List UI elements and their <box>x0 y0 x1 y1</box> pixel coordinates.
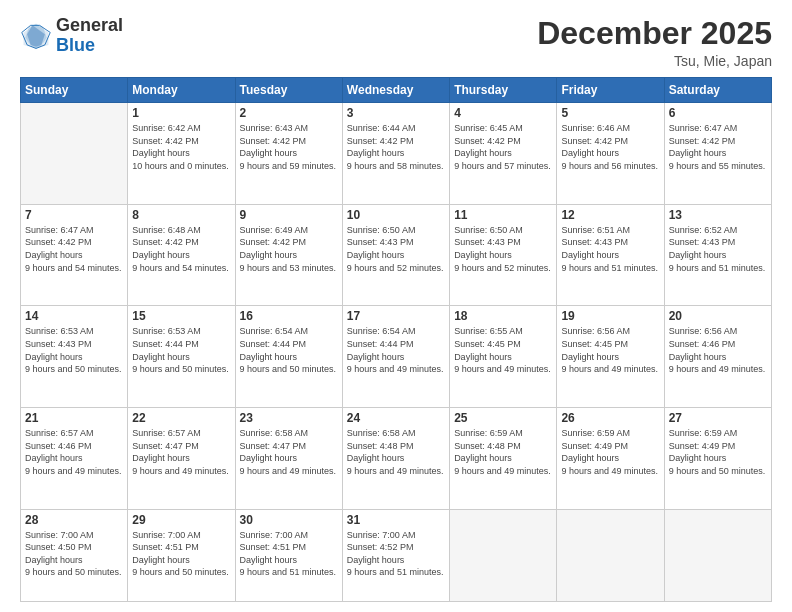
location: Tsu, Mie, Japan <box>537 53 772 69</box>
calendar-cell: 21Sunrise: 6:57 AMSunset: 4:46 PMDayligh… <box>21 408 128 510</box>
sunrise-label: Sunrise: 6:59 AM <box>561 428 630 438</box>
day-number: 27 <box>669 411 767 425</box>
sunrise-label: Sunrise: 6:59 AM <box>454 428 523 438</box>
col-saturday: Saturday <box>664 78 771 103</box>
daylight-value: 9 hours and 49 minutes. <box>454 364 551 374</box>
day-info: Sunrise: 6:42 AMSunset: 4:42 PMDaylight … <box>132 122 230 172</box>
daylight-label: Daylight hours <box>240 555 298 565</box>
sunrise-label: Sunrise: 6:57 AM <box>132 428 201 438</box>
calendar-cell: 23Sunrise: 6:58 AMSunset: 4:47 PMDayligh… <box>235 408 342 510</box>
day-number: 3 <box>347 106 445 120</box>
daylight-label: Daylight hours <box>454 250 512 260</box>
sunset-label: Sunset: 4:44 PM <box>347 339 414 349</box>
day-info: Sunrise: 6:56 AMSunset: 4:46 PMDaylight … <box>669 325 767 375</box>
sunset-label: Sunset: 4:42 PM <box>347 136 414 146</box>
day-info: Sunrise: 6:53 AMSunset: 4:44 PMDaylight … <box>132 325 230 375</box>
sunset-label: Sunset: 4:42 PM <box>561 136 628 146</box>
day-number: 13 <box>669 208 767 222</box>
sunset-label: Sunset: 4:42 PM <box>132 136 199 146</box>
daylight-label: Daylight hours <box>240 148 298 158</box>
day-info: Sunrise: 6:43 AMSunset: 4:42 PMDaylight … <box>240 122 338 172</box>
calendar-cell: 5Sunrise: 6:46 AMSunset: 4:42 PMDaylight… <box>557 103 664 205</box>
day-info: Sunrise: 6:55 AMSunset: 4:45 PMDaylight … <box>454 325 552 375</box>
sunrise-label: Sunrise: 6:58 AM <box>347 428 416 438</box>
daylight-label: Daylight hours <box>132 453 190 463</box>
calendar-cell: 14Sunrise: 6:53 AMSunset: 4:43 PMDayligh… <box>21 306 128 408</box>
day-info: Sunrise: 6:54 AMSunset: 4:44 PMDaylight … <box>347 325 445 375</box>
day-number: 25 <box>454 411 552 425</box>
daylight-value: 9 hours and 49 minutes. <box>669 364 766 374</box>
sunset-label: Sunset: 4:46 PM <box>25 441 92 451</box>
daylight-label: Daylight hours <box>347 453 405 463</box>
sunrise-label: Sunrise: 6:49 AM <box>240 225 309 235</box>
day-info: Sunrise: 6:50 AMSunset: 4:43 PMDaylight … <box>454 224 552 274</box>
calendar-week-4: 21Sunrise: 6:57 AMSunset: 4:46 PMDayligh… <box>21 408 772 510</box>
day-info: Sunrise: 6:57 AMSunset: 4:46 PMDaylight … <box>25 427 123 477</box>
calendar-cell: 19Sunrise: 6:56 AMSunset: 4:45 PMDayligh… <box>557 306 664 408</box>
daylight-label: Daylight hours <box>25 250 83 260</box>
sunrise-label: Sunrise: 6:53 AM <box>25 326 94 336</box>
day-info: Sunrise: 6:54 AMSunset: 4:44 PMDaylight … <box>240 325 338 375</box>
daylight-label: Daylight hours <box>669 148 727 158</box>
calendar-cell: 16Sunrise: 6:54 AMSunset: 4:44 PMDayligh… <box>235 306 342 408</box>
day-info: Sunrise: 6:57 AMSunset: 4:47 PMDaylight … <box>132 427 230 477</box>
calendar-page: General Blue December 2025 Tsu, Mie, Jap… <box>0 0 792 612</box>
calendar-cell <box>450 509 557 601</box>
daylight-value: 9 hours and 49 minutes. <box>347 364 444 374</box>
sunrise-label: Sunrise: 6:54 AM <box>347 326 416 336</box>
sunset-label: Sunset: 4:42 PM <box>669 136 736 146</box>
sunrise-label: Sunrise: 6:54 AM <box>240 326 309 336</box>
calendar-cell: 3Sunrise: 6:44 AMSunset: 4:42 PMDaylight… <box>342 103 449 205</box>
daylight-value: 9 hours and 53 minutes. <box>240 263 337 273</box>
calendar-cell: 27Sunrise: 6:59 AMSunset: 4:49 PMDayligh… <box>664 408 771 510</box>
daylight-label: Daylight hours <box>347 352 405 362</box>
calendar-cell <box>21 103 128 205</box>
day-number: 20 <box>669 309 767 323</box>
sunset-label: Sunset: 4:49 PM <box>561 441 628 451</box>
day-number: 9 <box>240 208 338 222</box>
day-info: Sunrise: 6:59 AMSunset: 4:49 PMDaylight … <box>561 427 659 477</box>
sunset-label: Sunset: 4:49 PM <box>669 441 736 451</box>
sunset-label: Sunset: 4:43 PM <box>347 237 414 247</box>
calendar-cell <box>557 509 664 601</box>
day-number: 29 <box>132 513 230 527</box>
sunset-label: Sunset: 4:42 PM <box>240 237 307 247</box>
calendar-cell: 30Sunrise: 7:00 AMSunset: 4:51 PMDayligh… <box>235 509 342 601</box>
logo-blue-span: Blue <box>56 35 95 55</box>
day-info: Sunrise: 6:53 AMSunset: 4:43 PMDaylight … <box>25 325 123 375</box>
daylight-label: Daylight hours <box>132 250 190 260</box>
col-wednesday: Wednesday <box>342 78 449 103</box>
day-number: 17 <box>347 309 445 323</box>
calendar-cell: 2Sunrise: 6:43 AMSunset: 4:42 PMDaylight… <box>235 103 342 205</box>
day-number: 12 <box>561 208 659 222</box>
calendar-cell: 13Sunrise: 6:52 AMSunset: 4:43 PMDayligh… <box>664 204 771 306</box>
daylight-label: Daylight hours <box>669 352 727 362</box>
col-thursday: Thursday <box>450 78 557 103</box>
sunrise-label: Sunrise: 6:50 AM <box>454 225 523 235</box>
logo-icon <box>20 20 52 52</box>
daylight-label: Daylight hours <box>561 352 619 362</box>
day-number: 8 <box>132 208 230 222</box>
sunset-label: Sunset: 4:42 PM <box>132 237 199 247</box>
day-info: Sunrise: 7:00 AMSunset: 4:50 PMDaylight … <box>25 529 123 579</box>
sunrise-label: Sunrise: 6:57 AM <box>25 428 94 438</box>
daylight-value: 9 hours and 50 minutes. <box>669 466 766 476</box>
day-info: Sunrise: 6:44 AMSunset: 4:42 PMDaylight … <box>347 122 445 172</box>
daylight-value: 9 hours and 57 minutes. <box>454 161 551 171</box>
daylight-label: Daylight hours <box>240 250 298 260</box>
col-monday: Monday <box>128 78 235 103</box>
daylight-label: Daylight hours <box>25 555 83 565</box>
calendar-cell: 12Sunrise: 6:51 AMSunset: 4:43 PMDayligh… <box>557 204 664 306</box>
day-number: 18 <box>454 309 552 323</box>
calendar-cell: 8Sunrise: 6:48 AMSunset: 4:42 PMDaylight… <box>128 204 235 306</box>
day-number: 15 <box>132 309 230 323</box>
daylight-label: Daylight hours <box>454 352 512 362</box>
daylight-label: Daylight hours <box>454 148 512 158</box>
day-info: Sunrise: 6:45 AMSunset: 4:42 PMDaylight … <box>454 122 552 172</box>
sunset-label: Sunset: 4:42 PM <box>454 136 521 146</box>
month-title: December 2025 <box>537 16 772 51</box>
title-block: December 2025 Tsu, Mie, Japan <box>537 16 772 69</box>
day-number: 23 <box>240 411 338 425</box>
daylight-value: 9 hours and 50 minutes. <box>25 567 122 577</box>
sunset-label: Sunset: 4:43 PM <box>561 237 628 247</box>
